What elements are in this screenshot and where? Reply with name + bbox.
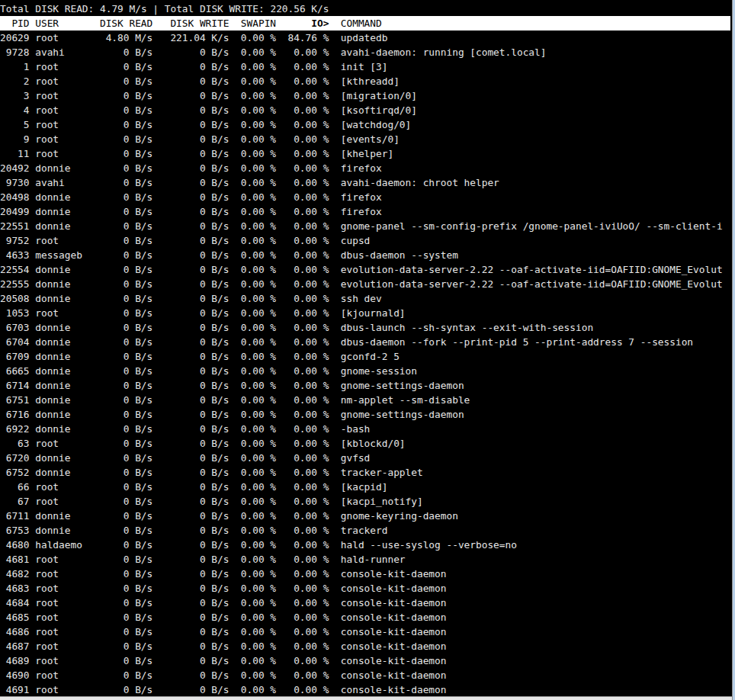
command-cell: console-kit-daemon bbox=[341, 581, 447, 596]
user-cell: donnie bbox=[35, 349, 82, 364]
disk-read-cell: 0 B/s bbox=[82, 682, 152, 697]
disk-write-cell: 0 B/s bbox=[152, 451, 229, 465]
process-row: 22554donnie0 B/s0 B/s0.00 %0.00 %evoluti… bbox=[0, 262, 730, 277]
pid-cell: 63 bbox=[0, 436, 30, 451]
swapin-cell: 0.00 % bbox=[229, 625, 276, 639]
process-row: 9752root0 B/s0 B/s0.00 %0.00 %cupsd bbox=[0, 233, 730, 248]
pid-cell: 6720 bbox=[0, 451, 30, 465]
disk-read-cell: 0 B/s bbox=[82, 538, 152, 552]
disk-read-cell: 0 B/s bbox=[82, 306, 152, 320]
disk-write-cell: 0 B/s bbox=[152, 364, 229, 378]
disk-read-cell: 0 B/s bbox=[82, 407, 152, 422]
disk-read-cell: 0 B/s bbox=[82, 639, 152, 653]
total-disk-read-value: 4.79 M/s bbox=[100, 3, 147, 14]
process-row: 9728avahi0 B/s0 B/s0.00 %0.00 %avahi-dae… bbox=[0, 45, 730, 59]
disk-write-cell: 0 B/s bbox=[152, 349, 229, 364]
disk-read-cell: 0 B/s bbox=[82, 291, 152, 306]
command-cell: -bash bbox=[341, 422, 371, 436]
disk-write-cell: 0 B/s bbox=[152, 103, 229, 117]
command-cell: [kthreadd] bbox=[341, 74, 400, 88]
disk-write-cell: 0 B/s bbox=[152, 175, 229, 190]
disk-read-cell: 0 B/s bbox=[82, 480, 152, 494]
user-cell: donnie bbox=[35, 509, 82, 523]
user-cell: donnie bbox=[35, 277, 82, 291]
io-cell: 0.00 % bbox=[276, 219, 329, 233]
user-cell: avahi bbox=[35, 45, 82, 59]
io-cell: 0.00 % bbox=[276, 625, 329, 639]
swapin-cell: 0.00 % bbox=[229, 88, 276, 103]
pid-cell: 2 bbox=[0, 74, 30, 88]
swapin-cell: 0.00 % bbox=[229, 175, 276, 190]
process-row: 4690root0 B/s0 B/s0.00 %0.00 %console-ki… bbox=[0, 668, 730, 682]
column-header-disk-write: DISK WRITE bbox=[152, 16, 229, 31]
swapin-cell: 0.00 % bbox=[229, 132, 276, 146]
pid-cell: 1053 bbox=[0, 306, 30, 320]
disk-write-cell: 0 B/s bbox=[152, 233, 229, 248]
swapin-cell: 0.00 % bbox=[229, 668, 276, 682]
disk-read-cell: 0 B/s bbox=[82, 277, 152, 291]
pid-cell: 6752 bbox=[0, 465, 30, 480]
process-row: 6703donnie0 B/s0 B/s0.00 %0.00 %dbus-lau… bbox=[0, 320, 730, 335]
command-cell: console-kit-daemon bbox=[341, 567, 447, 581]
command-cell: gnome-settings-daemon bbox=[341, 378, 464, 393]
pid-cell: 4633 bbox=[0, 248, 30, 262]
pid-cell: 6716 bbox=[0, 407, 30, 422]
disk-read-cell: 0 B/s bbox=[82, 451, 152, 465]
disk-read-cell: 0 B/s bbox=[82, 117, 152, 132]
disk-write-cell: 0 B/s bbox=[152, 262, 229, 277]
command-cell: init [3] bbox=[341, 59, 388, 74]
pid-cell: 5 bbox=[0, 117, 30, 132]
column-header-command: COMMAND bbox=[341, 16, 382, 31]
io-cell: 0.00 % bbox=[276, 291, 329, 306]
pid-cell: 4691 bbox=[0, 682, 30, 697]
terminal-window[interactable]: Total DISK READ:4.79 M/s|Total DISK WRIT… bbox=[0, 0, 735, 700]
swapin-cell: 0.00 % bbox=[229, 480, 276, 494]
disk-read-cell: 0 B/s bbox=[82, 233, 152, 248]
pid-cell: 4683 bbox=[0, 581, 30, 596]
window-right-border bbox=[732, 0, 735, 700]
pid-cell: 4687 bbox=[0, 639, 30, 653]
process-row: 22551donnie0 B/s0 B/s0.00 %0.00 %gnome-p… bbox=[0, 219, 730, 233]
disk-read-cell: 0 B/s bbox=[82, 552, 152, 567]
user-cell: donnie bbox=[35, 523, 82, 538]
swapin-cell: 0.00 % bbox=[229, 552, 276, 567]
process-row: 4687root0 B/s0 B/s0.00 %0.00 %console-ki… bbox=[0, 639, 730, 653]
pid-cell: 6704 bbox=[0, 335, 30, 349]
disk-read-cell: 0 B/s bbox=[82, 509, 152, 523]
user-cell: root bbox=[35, 581, 82, 596]
swapin-cell: 0.00 % bbox=[229, 335, 276, 349]
process-row: 6716donnie0 B/s0 B/s0.00 %0.00 %gnome-se… bbox=[0, 407, 730, 422]
command-cell: console-kit-daemon bbox=[341, 625, 447, 639]
disk-read-cell: 0 B/s bbox=[82, 653, 152, 668]
process-row: 6753donnie0 B/s0 B/s0.00 %0.00 %trackerd bbox=[0, 523, 730, 538]
io-cell: 0.00 % bbox=[276, 103, 329, 117]
user-cell: root bbox=[35, 306, 82, 320]
disk-write-cell: 0 B/s bbox=[152, 248, 229, 262]
user-cell: donnie bbox=[35, 161, 82, 175]
process-row: 6714donnie0 B/s0 B/s0.00 %0.00 %gnome-se… bbox=[0, 378, 730, 393]
process-row: 6704donnie0 B/s0 B/s0.00 %0.00 %dbus-dae… bbox=[0, 335, 730, 349]
disk-write-cell: 0 B/s bbox=[152, 567, 229, 581]
disk-read-cell: 0 B/s bbox=[82, 625, 152, 639]
swapin-cell: 0.00 % bbox=[229, 219, 276, 233]
command-cell: hald-runner bbox=[341, 552, 406, 567]
command-cell: firefox bbox=[341, 204, 382, 219]
process-row: 6720donnie0 B/s0 B/s0.00 %0.00 %gvfsd bbox=[0, 451, 730, 465]
command-cell: gnome-session bbox=[341, 364, 417, 378]
command-cell: tracker-applet bbox=[341, 465, 423, 480]
io-cell: 0.00 % bbox=[276, 204, 329, 219]
column-header-user: USER bbox=[35, 16, 82, 31]
process-row: 4681root0 B/s0 B/s0.00 %0.00 %hald-runne… bbox=[0, 552, 730, 567]
command-cell: console-kit-daemon bbox=[341, 653, 447, 668]
process-row: 6665donnie0 B/s0 B/s0.00 %0.00 %gnome-se… bbox=[0, 364, 730, 378]
pid-cell: 6922 bbox=[0, 422, 30, 436]
pid-cell: 6714 bbox=[0, 378, 30, 393]
command-cell: [ksoftirqd/0] bbox=[341, 103, 417, 117]
pid-cell: 22554 bbox=[0, 262, 30, 277]
disk-write-cell: 0 B/s bbox=[152, 480, 229, 494]
disk-write-cell: 0 B/s bbox=[152, 88, 229, 103]
disk-write-cell: 0 B/s bbox=[152, 320, 229, 335]
disk-write-cell: 0 B/s bbox=[152, 378, 229, 393]
swapin-cell: 0.00 % bbox=[229, 31, 276, 45]
process-row: 4689root0 B/s0 B/s0.00 %0.00 %console-ki… bbox=[0, 653, 730, 668]
